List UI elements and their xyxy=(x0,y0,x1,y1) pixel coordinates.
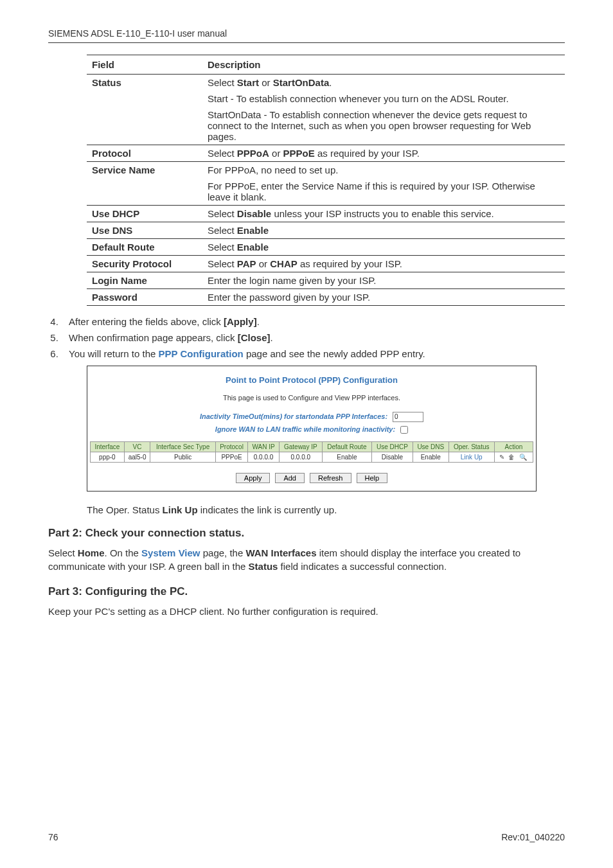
part3-heading: Part 3: Configuring the PC. xyxy=(48,585,565,598)
field-name xyxy=(87,91,202,107)
field-desc: StartOnData - To establish connection wh… xyxy=(202,107,565,145)
inactivity-timeout-label: Inactivity TimeOut(mins) for startondata… xyxy=(200,411,387,423)
cell-oper-status[interactable]: Link Up xyxy=(449,452,494,462)
grid-header: Interface xyxy=(91,441,125,452)
step-item: When confirmation page appears, click [C… xyxy=(61,332,565,343)
grid-header: Default Route xyxy=(322,441,371,452)
grid-header: VC xyxy=(124,441,150,452)
field-name: Protocol xyxy=(87,145,202,162)
field-desc: Select Enable xyxy=(202,222,565,239)
cell-dhcp: Disable xyxy=(372,452,413,462)
shot-subtitle: This page is used to Configure and View … xyxy=(90,394,533,402)
table-row: ppp-0 aal5-0 Public PPPoE 0.0.0.0 0.0.0.… xyxy=(91,452,533,462)
refresh-button[interactable]: Refresh xyxy=(310,473,351,483)
field-desc: For PPPoA, no need to set up. xyxy=(202,162,565,179)
page-header: SIEMENS ADSL E-110_E-110-I user manual xyxy=(48,28,565,39)
field-name: Service Name xyxy=(87,162,202,179)
cell-droute: Enable xyxy=(322,452,371,462)
grid-header: Gateway IP xyxy=(279,441,322,452)
help-button[interactable]: Help xyxy=(357,473,388,483)
cell-dns: Enable xyxy=(413,452,449,462)
field-desc: Enter the password given by your ISP. xyxy=(202,289,565,306)
step-item: You will return to the PPP Configuration… xyxy=(61,348,565,359)
cell-sec: Public xyxy=(150,452,216,462)
inactivity-timeout-input[interactable] xyxy=(393,412,423,422)
cell-gwip: 0.0.0.0 xyxy=(279,452,322,462)
field-desc: Start - To establish connection whenever… xyxy=(202,91,565,107)
field-name xyxy=(87,178,202,206)
page-number: 76 xyxy=(48,832,58,842)
header-rule xyxy=(48,42,565,43)
field-name: Use DHCP xyxy=(87,206,202,222)
oper-status-note: The Oper. Status Link Up indicates the l… xyxy=(87,504,565,515)
cell-action-icons[interactable]: ✎ 🗑 🔍 xyxy=(494,452,533,462)
grid-header: Use DNS xyxy=(413,441,449,452)
grid-header: Protocol xyxy=(215,441,247,452)
page-footer: 76 Rev:01_040220 xyxy=(48,832,565,842)
ignore-wan-label: Ignore WAN to LAN traffic while monitori… xyxy=(215,423,395,436)
step-item: After entering the fields above, click [… xyxy=(61,316,565,327)
field-name: Default Route xyxy=(87,239,202,256)
field-name: Status xyxy=(87,75,202,91)
field-description-table: Field Description StatusSelect Start or … xyxy=(87,55,565,306)
field-name: Security Protocol xyxy=(87,256,202,272)
grid-header: Action xyxy=(494,441,533,452)
field-name: Use DNS xyxy=(87,222,202,239)
grid-header: Use DHCP xyxy=(372,441,413,452)
part2-text: Select Home. On the System View page, th… xyxy=(48,546,565,574)
ignore-wan-checkbox[interactable] xyxy=(400,426,408,434)
cell-interface: ppp-0 xyxy=(91,452,125,462)
apply-button[interactable]: Apply xyxy=(236,473,271,483)
part3-text: Keep your PC's setting as a DHCP client.… xyxy=(48,605,565,619)
col-field: Field xyxy=(87,55,202,75)
cell-vc: aal5-0 xyxy=(124,452,150,462)
field-desc: Select PPPoA or PPPoE as required by you… xyxy=(202,145,565,162)
add-button[interactable]: Add xyxy=(275,473,305,483)
revision: Rev:01_040220 xyxy=(501,832,565,842)
field-desc: Select Enable xyxy=(202,239,565,256)
steps-list: After entering the fields above, click [… xyxy=(61,316,565,359)
field-name: Password xyxy=(87,289,202,306)
cell-wanip: 0.0.0.0 xyxy=(248,452,280,462)
button-row: ApplyAddRefreshHelp xyxy=(90,472,533,483)
ppp-grid: InterfaceVCInterface Sec TypeProtocolWAN… xyxy=(90,441,533,463)
field-name xyxy=(87,107,202,145)
field-name: Login Name xyxy=(87,272,202,289)
system-view-link[interactable]: System View xyxy=(141,547,200,558)
field-desc: Select Disable unless your ISP instructs… xyxy=(202,206,565,222)
field-desc: Enter the login name given by your ISP. xyxy=(202,272,565,289)
field-desc: Select Start or StartOnData. xyxy=(202,75,565,91)
field-desc: Select PAP or CHAP as required by your I… xyxy=(202,256,565,272)
ppp-config-screenshot: Point to Point Protocol (PPP) Configurat… xyxy=(87,366,537,492)
field-desc: For PPPoE, enter the Service Name if thi… xyxy=(202,178,565,206)
grid-header: Oper. Status xyxy=(449,441,494,452)
shot-title: Point to Point Protocol (PPP) Configurat… xyxy=(90,375,533,385)
grid-header: WAN IP xyxy=(248,441,280,452)
col-description: Description xyxy=(202,55,565,75)
cell-proto: PPPoE xyxy=(215,452,247,462)
grid-header: Interface Sec Type xyxy=(150,441,216,452)
part2-heading: Part 2: Check your connection status. xyxy=(48,527,565,540)
ppp-configuration-link[interactable]: PPP Configuration xyxy=(159,348,244,359)
